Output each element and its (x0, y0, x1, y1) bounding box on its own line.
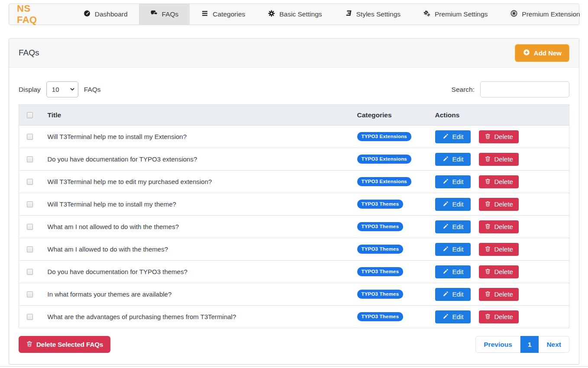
nav-item-label: Categories (213, 10, 245, 18)
delete-button[interactable]: Delete (479, 198, 519, 211)
list-icon (201, 10, 209, 19)
pagination: Previous 1 Next (475, 336, 569, 353)
search-input[interactable] (480, 81, 569, 97)
delete-selected-button[interactable]: Delete Selected FAQs (19, 336, 110, 353)
edit-button[interactable]: Edit (435, 265, 471, 278)
table-row: What am I allowed to do with the themes?… (19, 238, 569, 261)
table-row: Will T3Terminal help me to edit my purch… (19, 171, 569, 193)
faq-title: Will T3Terminal help me to edit my purch… (43, 171, 353, 193)
display-select-wrap: 10 (46, 81, 78, 97)
nav-item-premium-settings[interactable]: Premium Settings (412, 4, 499, 25)
edit-button[interactable]: Edit (435, 288, 471, 301)
nav-item-label: FAQs (162, 10, 179, 18)
delete-button[interactable]: Delete (479, 175, 519, 188)
top-navbar: NS FAQ Dashboard FAQs Categories Basic S… (9, 3, 579, 25)
delete-label: Delete (494, 133, 513, 140)
pencil-icon (443, 178, 449, 186)
faq-title: Do you have documentation for TYPO3 exte… (43, 148, 353, 171)
nav-item-faqs[interactable]: FAQs (139, 4, 190, 25)
table-row: What are the advantages of purchasing th… (19, 306, 569, 328)
category-badge: TYPO3 Themes (357, 290, 404, 299)
plus-circle-icon (523, 48, 530, 58)
delete-button[interactable]: Delete (479, 288, 519, 301)
circle-asterisk-icon (510, 10, 518, 19)
nav-item-categories[interactable]: Categories (190, 4, 256, 25)
nav-item-label: Dashboard (95, 10, 128, 18)
row-checkbox[interactable] (27, 224, 33, 230)
category-badge: TYPO3 Themes (357, 200, 404, 209)
add-new-button[interactable]: Add New (515, 44, 569, 62)
select-all-checkbox[interactable] (27, 112, 33, 118)
nav-item-label: Basic Settings (279, 10, 322, 18)
gear-icon (268, 10, 275, 19)
row-checkbox[interactable] (27, 156, 33, 162)
edit-button[interactable]: Edit (435, 243, 471, 256)
delete-button[interactable]: Delete (479, 310, 519, 323)
edit-label: Edit (452, 291, 464, 298)
faq-title: What am I allowed to do with the themes? (43, 238, 353, 261)
faq-title: Will T3Terminal help me to install my th… (43, 193, 353, 216)
table-head: Title Categories Actions (19, 105, 569, 126)
delete-button[interactable]: Delete (479, 220, 519, 233)
edit-button[interactable]: Edit (435, 220, 471, 233)
edit-button[interactable]: Edit (435, 153, 471, 166)
search-label: Search: (452, 86, 475, 94)
page-title: FAQs (19, 48, 39, 58)
col-header-title: Title (43, 105, 353, 126)
brand-logo: NS FAQ (9, 4, 46, 25)
category-badge: TYPO3 Themes (357, 267, 404, 276)
pagination-previous[interactable]: Previous (475, 336, 520, 353)
pencil-icon (443, 223, 449, 231)
edit-button[interactable]: Edit (435, 198, 471, 211)
row-checkbox[interactable] (27, 246, 33, 252)
nav-item-premium-extension[interactable]: Premium Extension (499, 4, 588, 25)
delete-button[interactable]: Delete (479, 243, 519, 256)
col-header-actions: Actions (431, 105, 569, 126)
pencil-icon (443, 268, 449, 276)
pagination-page-1[interactable]: 1 (520, 336, 539, 353)
edit-button[interactable]: Edit (435, 175, 471, 188)
panel-body: Display 10 FAQs Search: (9, 68, 579, 364)
delete-label: Delete (494, 178, 513, 185)
faq-title: What am I not allowed to do with the the… (43, 216, 353, 238)
delete-button[interactable]: Delete (479, 153, 519, 166)
trash-icon (485, 200, 491, 208)
pencil-icon (443, 200, 449, 208)
nav-item-styles-settings[interactable]: Styles Settings (333, 4, 412, 25)
row-checkbox[interactable] (27, 201, 33, 207)
category-badge: TYPO3 Extensions (357, 177, 411, 186)
trash-icon (485, 313, 491, 321)
table-row: What am I not allowed to do with the the… (19, 216, 569, 238)
delete-label: Delete (494, 223, 513, 230)
display-count-select[interactable]: 10 (46, 81, 78, 97)
faqs-table: Title Categories Actions Will T3Terminal… (19, 104, 569, 328)
faqs-panel: FAQs Add New Display 10 FAQs (9, 38, 579, 365)
row-checkbox[interactable] (27, 179, 33, 185)
edit-label: Edit (452, 200, 464, 208)
nav-item-basic-settings[interactable]: Basic Settings (256, 4, 333, 25)
delete-button[interactable]: Delete (479, 130, 519, 143)
col-header-categories: Categories (353, 105, 431, 126)
row-checkbox[interactable] (27, 269, 33, 275)
edit-label: Edit (452, 178, 464, 185)
nav-item-dashboard[interactable]: Dashboard (72, 4, 139, 25)
pagination-next[interactable]: Next (539, 336, 569, 353)
pencil-icon (443, 245, 449, 253)
comments-icon (150, 10, 158, 19)
pencil-icon (443, 291, 449, 298)
trash-icon (26, 340, 33, 349)
pencil-icon (443, 313, 449, 321)
row-checkbox[interactable] (27, 291, 33, 297)
table-row: Do you have documentation for TYPO3 them… (19, 261, 569, 283)
edit-button[interactable]: Edit (435, 310, 471, 323)
row-checkbox[interactable] (27, 314, 33, 320)
delete-button[interactable]: Delete (479, 265, 519, 278)
css3-icon (345, 10, 352, 19)
trash-icon (485, 223, 491, 231)
table-body: Will T3Terminal help me to install my Ex… (19, 126, 569, 328)
faq-title: Will T3Terminal help me to install my Ex… (43, 126, 353, 148)
edit-label: Edit (452, 268, 464, 275)
trash-icon (485, 268, 491, 276)
edit-button[interactable]: Edit (435, 130, 471, 143)
row-checkbox[interactable] (27, 134, 33, 140)
